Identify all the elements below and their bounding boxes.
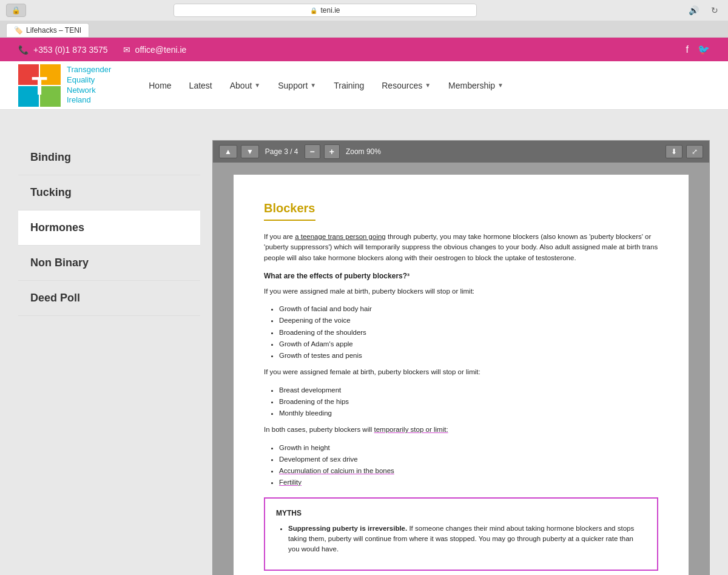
pdf-page-info: Page 3 / 4 [265,147,298,156]
browser-tab[interactable]: 🏷️ Lifehacks – TENI [6,23,89,37]
list-item: Growth in height [279,443,658,453]
list-item: Breast development [279,385,658,395]
pdf-fullscreen-button[interactable]: ⤢ [686,145,703,158]
nav-resources[interactable]: Resources ▼ [374,76,438,95]
tab-bar: 🏷️ Lifehacks – TENI [0,21,728,37]
pdf-female-intro: If you were assigned female at birth, pu… [264,367,658,377]
logo-text: Transgender Equality Network Ireland [67,65,111,106]
nav-training[interactable]: Training [326,76,371,95]
list-item: Broadening of the hips [279,397,658,407]
nav-home[interactable]: Home [141,76,178,95]
sidebar-item-binding[interactable]: Binding [18,140,200,175]
main-content: Binding Tucking Hormones Non Binary Deed… [0,122,728,575]
sidebar: Binding Tucking Hormones Non Binary Deed… [18,140,200,575]
email-item[interactable]: ✉ office@teni.ie [123,45,187,55]
nav-about[interactable]: About ▼ [223,76,268,95]
browser-toolbar: 🔒 🔒 teni.ie 🔊 ↻ [0,0,728,21]
pdf-page: Blockers If you are a teenage trans pers… [234,175,689,575]
twitter-icon[interactable]: 🐦 [698,44,710,55]
pdf-female-list: Breast development Broadening of the hip… [279,385,658,419]
logo-line1: Transgender [67,65,111,75]
logo-line3: Network [67,86,111,96]
list-item: Accumulation of calcium in the bones [279,466,658,476]
pdf-prev-button[interactable]: ▲ [219,145,237,158]
about-chevron-icon: ▼ [254,82,260,89]
sidebar-item-nonbinary[interactable]: Non Binary [18,246,200,281]
address-bar[interactable]: 🔒 teni.ie [174,4,477,17]
pdf-content: Blockers If you are a teenage trans pers… [213,163,709,575]
pdf-next-button[interactable]: ▼ [241,145,259,158]
list-item: Fertility [279,477,658,488]
pdf-download-button[interactable]: ⬇ [666,145,682,158]
list-item: Deepening of the voice [279,315,658,326]
phone-number: +353 (0)1 873 3575 [33,45,108,55]
facebook-icon[interactable]: f [686,44,689,55]
phone-icon: 📞 [18,45,29,55]
top-bar: 📞 +353 (0)1 873 3575 ✉ office@teni.ie f … [0,38,728,61]
myths-heading: MYTHS [276,508,646,519]
pdf-viewer: ▲ ▼ Page 3 / 4 − + Zoom 90% ⬇ ⤢ Blockers… [212,140,710,575]
list-item: Growth of Adam's apple [279,339,658,349]
top-bar-right: f 🐦 [686,44,710,55]
tab-title: Lifehacks – TENI [26,26,81,35]
nav-support[interactable]: Support ▼ [271,76,323,95]
nav-separator [0,110,728,122]
myth-bold: Suppressing puberty is irreversible. [288,525,407,532]
myths-list: Suppressing puberty is irreversible. If … [288,523,646,555]
lock-icon: 🔒 [310,7,317,14]
url-text: teni.ie [320,6,340,15]
nav-bar: T Transgender Equality Network Ireland H… [0,61,728,110]
list-item: Growth of facial and body hair [279,304,658,314]
logo-area[interactable]: T Transgender Equality Network Ireland [18,64,111,107]
svg-text:T: T [32,72,47,100]
list-item: Suppressing puberty is irreversible. If … [288,523,646,555]
refresh-button[interactable]: ↻ [707,4,722,17]
email-address: office@teni.ie [135,45,187,55]
pdf-both-intro: In both cases, puberty blockers will tem… [264,425,658,435]
nav-items: Home Latest About ▼ Support ▼ Training R… [141,76,511,95]
logo-image: T [18,64,61,107]
lock-button[interactable]: 🔒 [6,4,26,17]
list-item: Development of sex drive [279,454,658,465]
membership-chevron-icon: ▼ [497,82,504,89]
pdf-toolbar: ▲ ▼ Page 3 / 4 − + Zoom 90% ⬇ ⤢ [213,141,709,163]
pdf-male-list: Growth of facial and body hair Deepening… [279,304,658,361]
pdf-both-list: Growth in height Development of sex driv… [279,443,658,488]
pdf-zoom-out-button[interactable]: − [305,144,320,159]
sidebar-item-tucking[interactable]: Tucking [18,175,200,210]
pdf-zoom-level: Zoom 90% [346,147,381,156]
top-bar-left: 📞 +353 (0)1 873 3575 ✉ office@teni.ie [18,45,186,55]
logo-line2: Equality [67,75,111,86]
audio-button[interactable]: 🔊 [685,4,703,17]
list-item: Broadening of the shoulders [279,328,658,338]
pdf-effects-heading: What are the effects of puberty blockers… [264,271,658,281]
list-item: Growth of testes and penis [279,351,658,361]
list-item: Monthly bleeding [279,408,658,419]
sidebar-item-deedpoll[interactable]: Deed Poll [18,281,200,316]
logo-line4: Ireland [67,95,111,106]
pdf-intro: If you are a teenage trans person going … [264,232,658,263]
pdf-zoom-in-button[interactable]: + [324,144,340,159]
pdf-male-intro: If you were assigned male at birth, pube… [264,286,658,297]
email-icon: ✉ [123,45,130,55]
support-chevron-icon: ▼ [310,82,316,89]
myths-box: MYTHS Suppressing puberty is irreversibl… [264,497,658,571]
sidebar-item-hormones[interactable]: Hormones [18,210,200,246]
nav-latest[interactable]: Latest [182,76,220,95]
phone-item[interactable]: 📞 +353 (0)1 873 3575 [18,45,108,55]
resources-chevron-icon: ▼ [425,82,431,89]
browser-chrome: 🔒 🔒 teni.ie 🔊 ↻ 🏷️ Lifehacks – TENI [0,0,728,38]
pdf-heading: Blockers [264,199,315,221]
tab-emoji: 🏷️ [14,26,23,35]
nav-membership[interactable]: Membership ▼ [441,76,511,95]
